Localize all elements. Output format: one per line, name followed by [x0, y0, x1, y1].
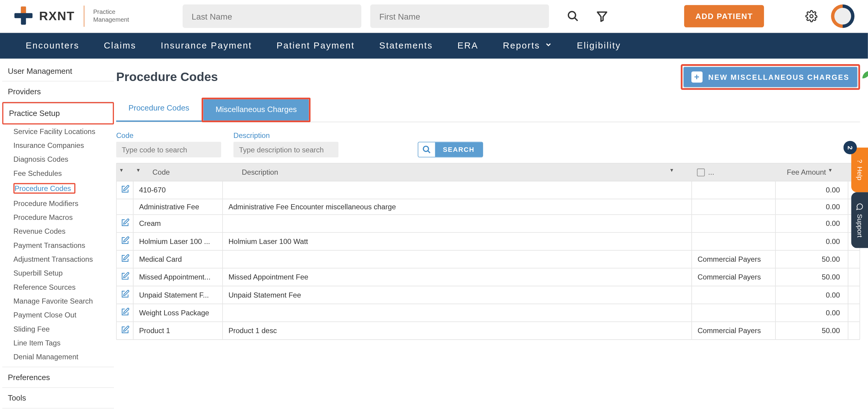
sidebar-item-mfs[interactable]: Manage Favorite Search: [2, 294, 114, 308]
row-extra: Commercial Payers: [692, 322, 776, 339]
new-misc-charge-button[interactable]: + NEW MISCELLANEOUS CHARGES: [684, 67, 858, 87]
row-extra: Commercial Payers: [692, 250, 776, 268]
sidebar-item-sf[interactable]: Sliding Fee: [2, 322, 114, 336]
brand-subtitle: Practice Management: [93, 8, 129, 24]
row-extra: [692, 233, 776, 250]
row-description: Administrative Fee Encounter miscellaneo…: [223, 199, 692, 214]
sidebar-item-rc[interactable]: Revenue Codes: [2, 225, 114, 238]
edit-icon[interactable]: [120, 184, 129, 195]
main-nav: Encounters Claims Insurance Payment Pati…: [0, 33, 868, 59]
row-fee: 0.00: [776, 215, 848, 232]
table: ▾ ▾Code Description▾ ... Fee Amount▾ 410…: [116, 163, 860, 340]
search-icon[interactable]: [567, 10, 579, 22]
svg-rect-1: [14, 13, 33, 18]
nav-claims[interactable]: Claims: [92, 33, 149, 59]
sidebar-item-ic[interactable]: Insurance Companies: [2, 139, 114, 152]
row-code: Weight Loss Package: [133, 304, 223, 321]
first-name-input[interactable]: [370, 4, 549, 28]
search-icon: [418, 145, 435, 154]
th-fee[interactable]: Fee Amount▾: [762, 164, 834, 181]
row-fee: 50.00: [776, 250, 848, 268]
page-title: Procedure Codes: [116, 70, 218, 84]
edit-icon[interactable]: [120, 218, 129, 229]
sidebar: User Management Providers Practice Setup…: [0, 59, 116, 409]
edit-icon[interactable]: [120, 290, 129, 300]
row-extra: [692, 286, 776, 304]
add-patient-button[interactable]: ADD PATIENT: [684, 5, 764, 27]
sidebar-item-at[interactable]: Adjustment Transactions: [2, 252, 114, 266]
row-description: [223, 215, 692, 232]
topbar: RXNT Practice Management ADD PATIENT: [0, 0, 868, 33]
last-name-input[interactable]: [183, 4, 361, 28]
sidebar-item-sfl[interactable]: Service Facility Locations: [2, 125, 114, 138]
tabs: Procedure Codes Miscellaneous Charges: [116, 98, 860, 122]
nav-statements[interactable]: Statements: [367, 33, 445, 59]
sidebar-providers[interactable]: Providers: [2, 81, 114, 102]
table-row: Product 1Product 1 descCommercial Payers…: [117, 321, 859, 339]
svg-line-7: [428, 151, 430, 153]
sidebar-item-dc[interactable]: Diagnosis Codes: [2, 152, 114, 166]
th-extra[interactable]: ...: [678, 164, 762, 181]
brand-divider: [84, 6, 84, 27]
th-description[interactable]: Description▾: [223, 164, 678, 181]
sidebar-preferences[interactable]: Preferences: [2, 367, 114, 388]
sidebar-user-management[interactable]: User Management: [2, 61, 114, 81]
row-code: 410-670: [133, 181, 223, 199]
sidebar-item-pmac[interactable]: Procedure Macros: [2, 210, 114, 225]
filter-desc-label: Description: [234, 131, 338, 139]
sidebar-item-pm[interactable]: Procedure Modifiers: [2, 196, 114, 210]
leaf-icon: [860, 69, 868, 81]
nav-insurance-payment[interactable]: Insurance Payment: [149, 33, 264, 59]
sidebar-item-lit[interactable]: Line Item Tags: [2, 336, 114, 350]
edit-icon[interactable]: [120, 254, 129, 265]
row-extra: [692, 199, 776, 214]
th-edit: ▾: [117, 164, 133, 181]
edit-icon[interactable]: [120, 325, 129, 336]
nav-patient-payment[interactable]: Patient Payment: [264, 33, 367, 59]
filter-icon[interactable]: [596, 10, 608, 22]
sidebar-item-pco[interactable]: Payment Close Out: [2, 308, 114, 322]
sidebar-item-pt[interactable]: Payment Transactions: [2, 238, 114, 252]
sidebar-item-dm[interactable]: Denial Management: [2, 350, 114, 367]
search-button[interactable]: SEARCH: [418, 142, 483, 158]
table-row: Unpaid Statement F...Unpaid Statement Fe…: [117, 286, 859, 304]
sidebar-item-rs[interactable]: Reference Sources: [2, 280, 114, 294]
tab-miscellaneous-charges[interactable]: Miscellaneous Charges: [203, 99, 309, 121]
sidebar-item-ss[interactable]: Superbill Setup: [2, 266, 114, 280]
filter-code-input[interactable]: [116, 142, 221, 158]
chevron-down-icon[interactable]: ▾: [120, 167, 123, 173]
row-description: [223, 181, 692, 199]
row-fee: 50.00: [776, 322, 848, 339]
nav-era[interactable]: ERA: [445, 33, 491, 59]
edit-icon[interactable]: [120, 236, 129, 247]
edit-icon[interactable]: [120, 272, 129, 282]
row-description: Missed Appointment Fee: [223, 268, 692, 285]
support-tab[interactable]: Support: [851, 192, 868, 248]
nav-encounters[interactable]: Encounters: [13, 33, 91, 59]
row-code: Unpaid Statement F...: [133, 286, 223, 304]
edit-icon[interactable]: [120, 307, 129, 318]
chevron-down-icon: ▾: [829, 167, 832, 173]
row-edit-cell: [117, 199, 133, 214]
help-tab[interactable]: 2 ? Help: [851, 147, 868, 192]
row-fee: 0.00: [776, 286, 848, 304]
row-description: [223, 304, 692, 321]
avatar[interactable]: [831, 4, 855, 28]
tab-procedure-codes[interactable]: Procedure Codes: [116, 98, 201, 122]
svg-marker-4: [597, 12, 607, 22]
th-code[interactable]: ▾Code: [133, 164, 223, 181]
filter-desc-input[interactable]: [234, 142, 338, 158]
sidebar-item-fs[interactable]: Fee Schedules: [2, 166, 114, 180]
gear-icon[interactable]: [805, 10, 818, 22]
select-all-checkbox[interactable]: [697, 168, 705, 176]
row-fee: 0.00: [776, 199, 848, 214]
sidebar-item-pc[interactable]: Procedure Codes: [2, 180, 114, 197]
table-row: 410-6700.00: [117, 181, 859, 199]
row-fee: 0.00: [776, 181, 848, 199]
sidebar-practice-setup[interactable]: Practice Setup: [2, 102, 114, 125]
nav-reports[interactable]: Reports: [491, 33, 565, 59]
nav-eligibility[interactable]: Eligibility: [564, 33, 633, 59]
row-edit-cell: [117, 286, 133, 304]
sidebar-tools[interactable]: Tools: [2, 388, 114, 409]
row-description: [223, 250, 692, 268]
